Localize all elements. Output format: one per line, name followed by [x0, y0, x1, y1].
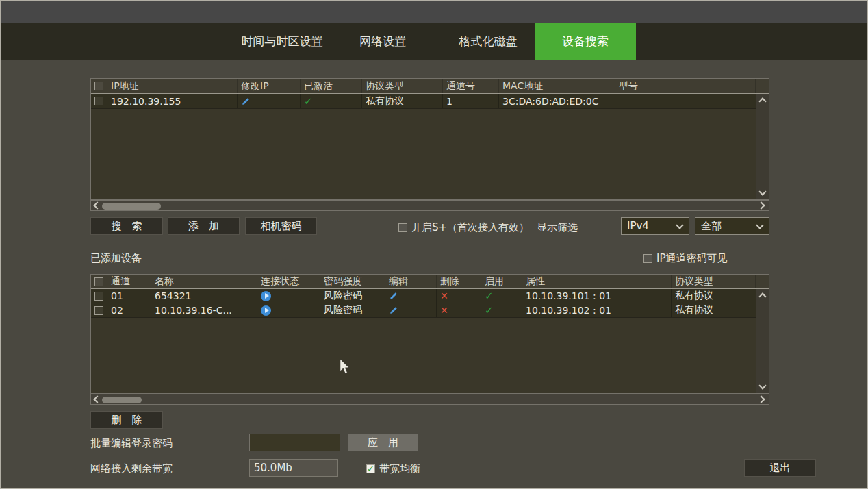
channel-id: 02 — [107, 303, 151, 317]
device-name: 10.10.39.16-C... — [151, 303, 257, 317]
scroll-down-icon[interactable] — [758, 381, 766, 389]
ip-version-value: IPv4 — [627, 220, 649, 232]
pencil-icon — [241, 97, 251, 106]
scroll-up-icon[interactable] — [758, 292, 766, 300]
delete-cell[interactable]: ✕ — [437, 303, 481, 317]
vertical-scrollbar[interactable] — [756, 289, 769, 393]
tab-network[interactable]: 网络设置 — [351, 23, 414, 60]
device-attribute: 10.10.39.101 : 01 — [522, 289, 672, 303]
added-devices-table: 通道 名称 连接状态 密码强度 编辑 删除 启用 属性 协议类型 01 6543… — [90, 274, 769, 394]
row-checkbox[interactable] — [94, 97, 103, 105]
column-header-channel: 通道 — [107, 275, 151, 288]
column-header-protocol: 协议类型 — [672, 275, 756, 288]
tab-device-search[interactable]: 设备搜索 — [535, 23, 636, 60]
modify-ip-cell[interactable] — [238, 94, 301, 108]
column-header-name: 名称 — [151, 275, 257, 288]
scroll-right-icon[interactable] — [757, 395, 765, 403]
table-row[interactable]: 02 10.10.39.16-C... 风险密码 ✕ ✓ 10.10.39.10… — [91, 303, 769, 318]
column-header-mac: MAC地址 — [499, 79, 615, 93]
play-icon[interactable] — [261, 305, 271, 316]
password-strength: 风险密码 — [320, 289, 385, 303]
table-row[interactable]: 192.10.39.155 ✓ 私有协议 1 3C:DA:6D:AD:ED:0C — [91, 94, 769, 109]
camera-password-label: 相机密码 — [261, 220, 302, 233]
column-header-activated: 已激活 — [301, 79, 362, 93]
table-row[interactable]: 01 654321 风险密码 ✕ ✓ 10.10.39.101 : 01 私有协… — [91, 289, 769, 303]
pencil-icon — [389, 305, 398, 315]
password-strength: 风险密码 — [320, 303, 385, 317]
column-header-model: 型号 — [615, 79, 756, 93]
device-mac: 3C:DA:6D:AD:ED:0C — [499, 94, 615, 108]
delete-cell[interactable]: ✕ — [437, 289, 481, 303]
edit-cell[interactable] — [385, 303, 437, 317]
scroll-left-icon[interactable] — [93, 395, 101, 403]
added-devices-title: 已添加设备 — [90, 252, 142, 265]
vertical-scrollbar[interactable] — [756, 94, 769, 199]
column-header-status: 连接状态 — [257, 275, 320, 288]
enable-cell[interactable]: ✓ — [481, 303, 522, 317]
settings-tabbar: 时间与时区设置 网络设置 格式化磁盘 设备搜索 — [1, 23, 867, 60]
row-checkbox[interactable] — [94, 292, 103, 301]
search-table-header: IP地址 修改IP 已激活 协议类型 通道号 MAC地址 型号 — [91, 79, 769, 94]
splus-checkbox[interactable] — [398, 223, 407, 232]
enable-cell[interactable]: ✓ — [481, 289, 522, 303]
search-button[interactable]: 搜 索 — [90, 217, 163, 235]
play-icon[interactable] — [261, 291, 271, 301]
bandwidth-input[interactable] — [249, 459, 338, 477]
ip-password-visible-checkbox[interactable] — [643, 254, 652, 263]
select-all-checkbox[interactable] — [94, 82, 103, 90]
add-button[interactable]: 添 加 — [168, 217, 240, 235]
check-icon: ✓ — [304, 95, 313, 108]
add-button-label: 添 加 — [188, 220, 219, 233]
horizontal-scrollbar[interactable] — [90, 394, 769, 405]
tab-time-timezone[interactable]: 时间与时区设置 — [238, 23, 327, 60]
search-button-label: 搜 索 — [112, 220, 142, 233]
delete-button[interactable]: 删 除 — [90, 411, 163, 429]
column-header-enable: 启用 — [481, 275, 522, 288]
channel-id: 01 — [107, 289, 151, 303]
scroll-up-icon[interactable] — [758, 97, 766, 105]
device-attribute: 10.10.39.102 : 01 — [522, 303, 672, 317]
exit-button[interactable]: 退出 — [744, 459, 816, 477]
column-header-modify-ip: 修改IP — [238, 79, 301, 93]
scroll-down-icon[interactable] — [758, 188, 766, 195]
column-header-protocol: 协议类型 — [362, 79, 443, 93]
device-protocol: 私有协议 — [672, 303, 756, 317]
scroll-left-icon[interactable] — [93, 201, 101, 209]
ip-password-visible-label: IP通道密码可见 — [656, 252, 727, 265]
check-icon: ✓ — [485, 304, 494, 316]
column-header-ip: IP地址 — [107, 79, 238, 93]
scrollbar-thumb[interactable] — [102, 203, 161, 210]
bandwidth-balance-label: 带宽均衡 — [379, 462, 420, 475]
camera-password-button[interactable]: 相机密码 — [245, 217, 317, 235]
bandwidth-balance-option: 带宽均衡 — [366, 462, 420, 475]
column-header-password-strength: 密码强度 — [320, 275, 385, 288]
device-protocol: 私有协议 — [672, 289, 756, 303]
bandwidth-label: 网络接入剩余带宽 — [90, 462, 173, 475]
device-channel-no: 1 — [443, 94, 499, 108]
column-header-channel-no: 通道号 — [443, 79, 499, 93]
exit-button-label: 退出 — [770, 462, 791, 475]
tab-label: 时间与时区设置 — [242, 34, 323, 49]
scroll-right-icon[interactable] — [757, 201, 765, 209]
apply-button-label: 应 用 — [368, 436, 398, 449]
apply-button[interactable]: 应 用 — [348, 434, 418, 451]
delete-button-label: 删 除 — [112, 414, 142, 427]
search-results-table: IP地址 修改IP 已激活 协议类型 通道号 MAC地址 型号 192.10.3… — [90, 78, 769, 200]
filter-scope-select[interactable]: 全部 — [695, 217, 769, 235]
horizontal-scrollbar[interactable] — [90, 200, 769, 211]
device-model — [615, 94, 756, 108]
batch-password-input[interactable] — [249, 434, 340, 451]
edit-cell[interactable] — [385, 289, 437, 303]
select-all-checkbox[interactable] — [94, 277, 103, 286]
ip-version-select[interactable]: IPv4 — [621, 217, 689, 235]
display-filter-label: 显示筛选 — [537, 221, 578, 234]
scrollbar-thumb[interactable] — [102, 397, 142, 403]
pencil-icon — [389, 291, 398, 301]
bandwidth-balance-checkbox[interactable] — [366, 464, 375, 473]
column-header-edit: 编辑 — [385, 275, 437, 288]
splus-label: 开启S+（首次接入有效） — [411, 221, 529, 234]
row-checkbox[interactable] — [94, 306, 103, 315]
splus-option: 开启S+（首次接入有效） — [398, 221, 529, 234]
tab-format-disk[interactable]: 格式化磁盘 — [454, 23, 522, 60]
check-icon: ✓ — [485, 290, 494, 302]
